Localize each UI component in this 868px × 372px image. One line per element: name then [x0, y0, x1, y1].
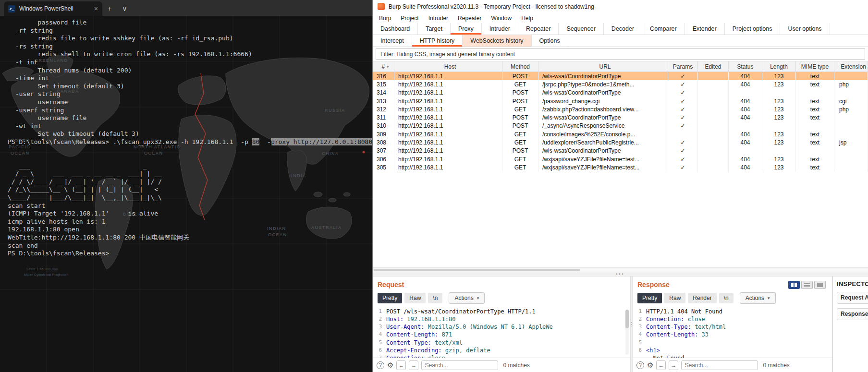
response-actions-button[interactable]: Actions▾ — [740, 292, 776, 304]
table-row[interactable]: 313http://192.168.1.1POST/password_chang… — [373, 97, 868, 105]
request-tab-raw[interactable]: Raw — [404, 293, 426, 303]
cell-extension — [834, 163, 868, 171]
inspector-section-response-headers[interactable]: Response Headers — [837, 308, 868, 320]
tab-repeater[interactable]: Repeater — [518, 23, 559, 35]
subtab-websockets-history[interactable]: WebSockets history — [463, 35, 531, 47]
cell-method: GET — [502, 105, 538, 113]
cell-length: 123 — [762, 113, 796, 121]
cell-number: 308 — [373, 138, 394, 146]
table-horizontal-scrollbar[interactable] — [373, 267, 868, 272]
menu-burp[interactable]: Burp — [374, 13, 396, 23]
search-next-button[interactable]: → — [669, 360, 678, 370]
editor-line: Not Found — [633, 354, 832, 358]
table-row[interactable]: 307http://192.168.1.1POST/wls-wsat/Coord… — [373, 147, 868, 155]
response-editor[interactable]: 1HTTP/1.1 404 Not Found2Connection: clos… — [633, 308, 832, 358]
tab-dropdown-icon[interactable]: ∨ — [117, 1, 132, 16]
tab-dashboard[interactable]: Dashboard — [373, 23, 418, 35]
table-row[interactable]: 316http://192.168.1.1POST/wls-wsat/Coord… — [373, 72, 868, 80]
layout-single-button[interactable] — [814, 281, 826, 289]
tab-project-options[interactable]: Project options — [725, 23, 781, 35]
response-tab-n[interactable]: \n — [719, 293, 734, 303]
column-header-host[interactable]: Host — [394, 61, 502, 72]
request-search-input[interactable] — [421, 360, 498, 370]
menu-help[interactable]: Help — [516, 13, 538, 23]
table-row[interactable]: 308http://192.168.1.1GET/uddiexplorer/Se… — [373, 138, 868, 146]
tab-proxy[interactable]: Proxy — [451, 23, 482, 35]
column-header-[interactable]: #▾ — [373, 61, 394, 72]
cell-number: 315 — [373, 80, 394, 88]
settings-gear-icon[interactable]: ⚙ — [647, 361, 653, 369]
table-row[interactable]: 306http://192.168.1.1GET/wxjsapi/saveYZJ… — [373, 155, 868, 163]
request-editor[interactable]: 1POST /wls-wsat/CoordinatorPortType HTTP… — [373, 308, 630, 358]
table-row[interactable]: 312http://192.168.1.1GET/zabbix.php?acti… — [373, 105, 868, 113]
column-header-edited[interactable]: Edited — [698, 61, 729, 72]
history-table-body: 316http://192.168.1.1POST/wls-wsat/Coord… — [373, 72, 868, 172]
table-row[interactable]: 310http://192.168.1.1POST/_async/AsyncRe… — [373, 122, 868, 130]
terminal-tab[interactable]: >_ Windows PowerShell × — [4, 1, 102, 16]
tab-decoder[interactable]: Decoder — [604, 23, 642, 35]
menu-intruder[interactable]: Intruder — [424, 13, 453, 23]
response-search-input[interactable] — [681, 360, 758, 370]
new-tab-button[interactable]: + — [102, 1, 117, 16]
inspector-section-request-attributes[interactable]: Request Attributes — [837, 292, 868, 304]
filter-bar-container: Filter: Hiding CSS, image and general bi… — [373, 47, 868, 61]
message-editor-area: Request PrettyRaw\nActions▾ 1POST /wls-w… — [373, 276, 868, 372]
column-header-url[interactable]: URL — [538, 61, 668, 72]
column-header-status[interactable]: Status — [729, 61, 762, 72]
line-number: 5 — [373, 339, 386, 347]
cell-host: http://192.168.1.1 — [394, 130, 502, 138]
search-next-button[interactable]: → — [409, 360, 418, 370]
help-icon[interactable]: ? — [377, 361, 384, 369]
search-prev-button[interactable]: ← — [656, 360, 666, 370]
cell-params: ✓ — [668, 72, 698, 80]
tab-intruder[interactable]: Intruder — [482, 23, 518, 35]
column-header-length[interactable]: Length — [762, 61, 796, 72]
response-tab-pretty[interactable]: Pretty — [637, 293, 662, 303]
column-header-params[interactable]: Params — [668, 61, 698, 72]
cell-host: http://192.168.1.1 — [394, 155, 502, 163]
column-header-mime-type[interactable]: MIME type — [796, 61, 834, 72]
request-tab-pretty[interactable]: Pretty — [378, 293, 402, 303]
editor-line: 4Content-Length: 33 — [633, 331, 832, 338]
column-header-method[interactable]: Method — [502, 61, 538, 72]
table-row[interactable]: 311http://192.168.1.1POST/wls-wsat/Coord… — [373, 113, 868, 121]
cell-method: GET — [502, 155, 538, 163]
subtab-options[interactable]: Options — [532, 35, 568, 47]
layout-rows-button[interactable] — [801, 281, 813, 289]
tab-close-icon[interactable]: × — [94, 5, 98, 12]
terminal-line: -time int — [8, 74, 372, 83]
filter-bar[interactable]: Filter: Hiding CSS, image and general bi… — [376, 48, 865, 60]
panel-splitter[interactable]: ••• — [373, 272, 868, 276]
tab-user-options[interactable]: User options — [780, 23, 830, 35]
help-icon[interactable]: ? — [636, 361, 644, 369]
terminal-line: -rs string — [8, 43, 372, 51]
response-tab-render[interactable]: Render — [688, 293, 716, 303]
request-actions-button[interactable]: Actions▾ — [449, 292, 485, 304]
terminal-tab-bar: >_ Windows PowerShell × + ∨ — [0, 0, 372, 16]
menu-repeater[interactable]: Repeater — [453, 13, 486, 23]
table-row[interactable]: 314http://192.168.1.1POST/wls-wsat/Coord… — [373, 89, 868, 97]
request-vertical-scrollbar[interactable] — [625, 310, 629, 355]
response-tab-raw[interactable]: Raw — [664, 293, 685, 303]
cell-status: 404 — [729, 113, 762, 121]
menu-project[interactable]: Project — [396, 13, 423, 23]
search-prev-button[interactable]: ← — [396, 360, 406, 370]
subtab-intercept[interactable]: Intercept — [373, 35, 412, 47]
tab-extender[interactable]: Extender — [685, 23, 725, 35]
scrollbar-thumb[interactable] — [625, 310, 629, 329]
column-header-extension[interactable]: Extension — [834, 61, 868, 72]
table-row[interactable]: 309http://192.168.1.1GET/console/images/… — [373, 130, 868, 138]
layout-columns-button[interactable] — [788, 281, 800, 289]
settings-gear-icon[interactable]: ⚙ — [387, 361, 393, 369]
tab-comparer[interactable]: Comparer — [642, 23, 685, 35]
cell-number: 316 — [373, 72, 394, 80]
scrollbar-thumb[interactable] — [374, 269, 580, 271]
request-tab-n[interactable]: \n — [428, 293, 442, 303]
menu-window[interactable]: Window — [486, 13, 516, 23]
tab-target[interactable]: Target — [418, 23, 451, 35]
tab-sequencer[interactable]: Sequencer — [559, 23, 603, 35]
table-row[interactable]: 315http://192.168.1.1GET/jsrpc.php?type=… — [373, 80, 868, 88]
cell-status: 404 — [729, 80, 762, 88]
subtab-http-history[interactable]: HTTP history — [412, 35, 463, 47]
table-row[interactable]: 305http://192.168.1.1GET/wxjsapi/saveYZJ… — [373, 163, 868, 171]
